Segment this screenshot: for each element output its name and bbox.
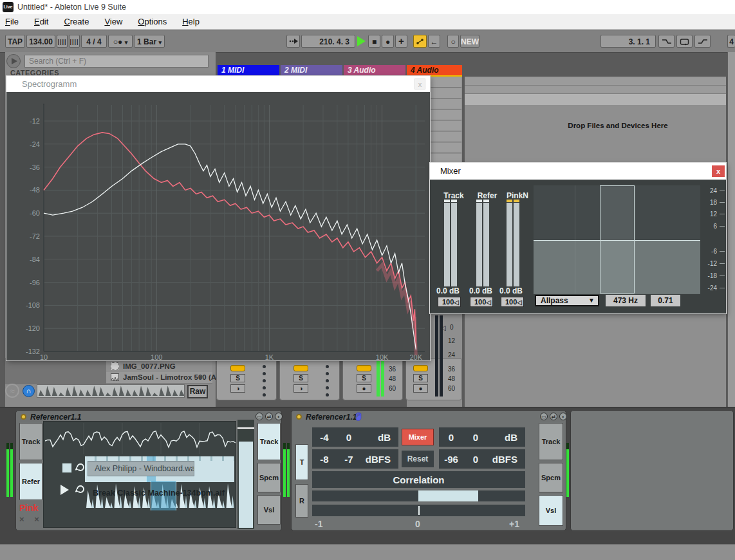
loop-button[interactable] [676,35,693,48]
loop-start-field[interactable]: 3. 1. 1 [600,35,656,48]
track4-arm-button[interactable]: ● [413,384,428,393]
track-header-1-midi[interactable]: 1 MIDI [218,65,279,75]
master-strip[interactable] [727,52,735,407]
value[interactable]: -4 [312,432,337,443]
reenable-automation-button[interactable]: ← [428,35,440,48]
menu-file[interactable]: File [5,17,19,26]
value[interactable]: -8 [312,454,337,465]
source-refer-button[interactable]: Refer [19,463,42,500]
value[interactable]: 0 [439,432,463,443]
record-button[interactable]: ● [382,35,394,48]
volume-arrow-icon[interactable]: ◁ [440,324,445,332]
fader-slot[interactable] [237,420,254,529]
quantization-menu[interactable]: 1 Bar ▾ [134,35,165,48]
menu-view[interactable]: View [104,17,122,26]
overdub-button[interactable]: + [395,35,407,48]
spinner-arrow-icon[interactable]: ◁ [517,298,522,307]
channel-r-button[interactable]: R [295,484,308,518]
hot-swap-icon[interactable]: ≈ [5,384,19,398]
view-vsl-button[interactable]: Vsl [539,495,563,526]
device-title[interactable]: Referencer1.1 [306,413,357,422]
browser-play-button[interactable] [6,54,21,68]
track2-activator-button[interactable] [293,365,308,371]
raw-preview-button[interactable]: Raw [187,385,208,398]
pinkn-width-spinner[interactable]: 100◁ [501,297,524,307]
device-activator-led[interactable] [296,414,302,420]
spinner-arrow-icon[interactable]: ◁ [486,298,491,307]
close-icon[interactable]: x [414,79,425,89]
view-track-button[interactable]: Track [539,423,563,460]
menu-options[interactable]: Options [138,17,167,26]
menu-help[interactable]: Help [182,17,200,26]
track-header-3-audio[interactable]: 3 Audio [344,65,405,75]
scene-row-highlight[interactable] [465,94,726,105]
save-preset-icon[interactable]: ▪ [275,413,283,420]
clip-slot-grid[interactable] [427,77,461,165]
follow-button[interactable] [286,35,300,48]
track1-arm-button[interactable]: ◑ [230,384,245,393]
clip1-stop-checkbox[interactable] [62,463,72,473]
mixer-open-button[interactable]: Mixer [402,429,434,445]
arrangement-position-field[interactable]: 210. 4. 3 [301,35,355,48]
browser-sidebar[interactable] [5,358,106,384]
refer-width-spinner[interactable]: 100◁ [470,297,493,307]
refer-gain-value[interactable]: 0.0 dB [463,286,498,295]
view-spcm-button[interactable]: Spcm [257,463,281,492]
hot-swap-icon[interactable]: ⇄ [265,413,273,420]
list-item[interactable]: JamSoul - Limotrox 500 (Alex Phi... ▼ [106,372,212,384]
nudge-down-button[interactable]: |||| [57,35,68,48]
filter-frequency-field[interactable]: 473 Hz [606,295,646,306]
clip-slot[interactable] [427,99,461,109]
tempo-field[interactable]: 134.00 [26,35,55,48]
view-vsl-button[interactable]: Vsl [257,495,281,525]
clip2-name[interactable]: Break Classic Machine-134bpm.aif [93,489,225,498]
pink-noise-label[interactable]: Pink [19,503,39,513]
clip-slot[interactable] [427,77,461,88]
spectrogram-titlebar[interactable]: Spectrogramm x [6,76,430,92]
os-titlebar[interactable]: Live Untitled* - Ableton Live 9 Suite [0,0,735,14]
fold-device-icon[interactable]: ▭ [540,413,548,420]
track3-arm-button[interactable]: ● [357,384,371,393]
punch-out-button[interactable] [694,35,711,48]
filter-q-field[interactable]: 0.71 [651,295,680,306]
tap-tempo-button[interactable]: TAP [5,35,25,48]
search-input[interactable] [24,55,209,68]
clip-slot[interactable] [427,132,461,142]
track-gain-value[interactable]: 0.0 dB [431,286,465,295]
value[interactable]: -96 [439,454,463,465]
track-header-4-audio[interactable]: 4 Audio [407,65,462,75]
channel-t-button[interactable]: T [295,444,308,480]
scene-row[interactable] [465,86,726,94]
nudge-up-button[interactable]: |||| [69,35,80,48]
source-track-button[interactable]: Track [19,423,42,460]
clip-slot[interactable] [427,143,461,153]
groove-amount-button[interactable]: ○● ▾ [108,35,133,48]
filter-band-handle[interactable] [600,185,635,294]
session-record-button[interactable]: ○ [447,35,459,48]
device-activator-led[interactable] [21,414,26,420]
automation-arm-button[interactable] [413,35,427,48]
filter-graph[interactable] [534,185,700,294]
new-button[interactable]: NEW [460,35,479,48]
reset-button[interactable]: Reset [402,451,434,467]
preview-waveform[interactable] [37,384,185,398]
track2-solo-button[interactable]: S [293,374,308,382]
track2-arm-button[interactable]: ◑ [293,384,308,393]
track1-activator-button[interactable] [230,365,245,371]
close-icon[interactable]: x [712,165,725,177]
punch-in-button[interactable] [658,35,675,48]
track1-solo-button[interactable]: S [230,374,245,382]
time-signature-field[interactable]: 4 / 4 [81,35,107,48]
stop-button[interactable]: ■ [368,35,380,48]
clip-slot[interactable] [427,121,461,131]
value[interactable]: 0 [463,454,488,465]
menu-create[interactable]: Create [64,17,89,26]
hot-swap-icon[interactable]: ⇄ [550,413,557,420]
clip1-name[interactable]: Alex Philipp - Windboard.wav [88,461,194,476]
chevron-down-icon[interactable]: ▼ [197,373,204,381]
fader-cap[interactable] [237,427,254,429]
clear-buttons[interactable]: × × [19,514,43,524]
track3-activator-button[interactable] [357,365,371,371]
spinner-arrow-icon[interactable]: ◁ [454,298,459,307]
view-spcm-button[interactable]: Spcm [539,463,563,492]
